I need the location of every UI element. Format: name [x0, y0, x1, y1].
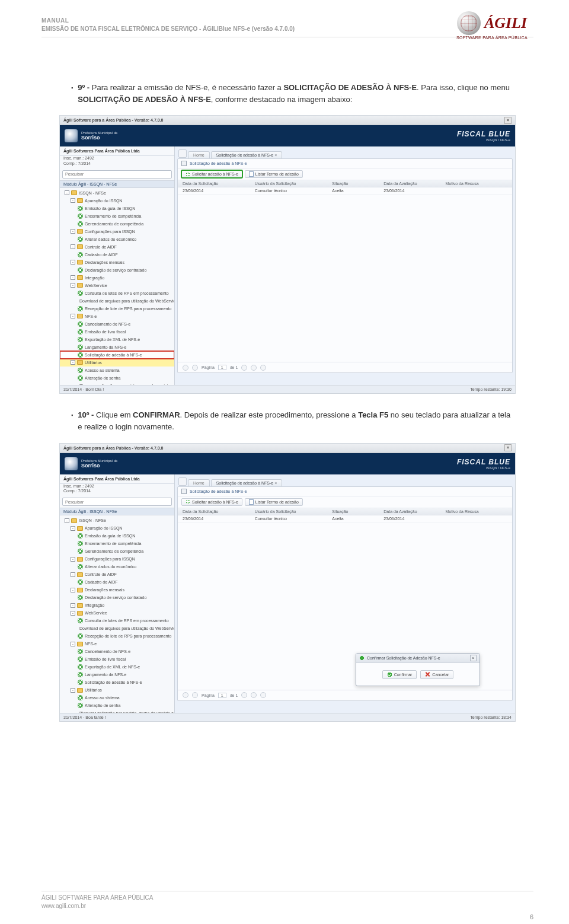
tree-toggle-icon[interactable]: -	[71, 283, 75, 288]
tree-item[interactable]: -Declarações mensais	[60, 259, 174, 266]
tab-home[interactable]: Home	[188, 479, 210, 486]
tree-item[interactable]: Recepção de lote de RPS para processamen…	[60, 305, 174, 313]
grid-row[interactable]: 23/06/2014 Consultor técnico Aceita 23/0…	[178, 515, 512, 522]
tree-item[interactable]: Lançamento da NFS-e	[60, 671, 174, 678]
tree-item[interactable]: Download de arquivos para utilização do …	[60, 625, 174, 632]
tree-item[interactable]: Lançamento da NFS-e	[60, 343, 174, 351]
tree-toggle-icon[interactable]: -	[71, 275, 75, 280]
tree-item[interactable]: -Utilitários	[60, 686, 174, 694]
tree-item[interactable]: Acesso ao sistema	[60, 694, 174, 702]
solicitar-adesao-button[interactable]: Solicitar adesão à NFS-e	[181, 498, 242, 506]
close-icon[interactable]: ×	[504, 444, 512, 451]
tab-nav-back-icon[interactable]	[178, 149, 187, 158]
cancel-button[interactable]: Cancelar	[420, 670, 453, 679]
tree-item[interactable]: -NFS-e	[60, 640, 174, 648]
tree-item[interactable]: -Declarações mensais	[60, 586, 174, 594]
tree-toggle-icon[interactable]: -	[71, 688, 75, 693]
tree-item[interactable]: Emissão de livro fiscal	[60, 655, 174, 663]
pager-last-icon[interactable]	[251, 692, 257, 698]
tree-item[interactable]: Alteração de senha	[60, 702, 174, 709]
tree-toggle-icon[interactable]: -	[71, 229, 75, 234]
tree-item[interactable]: -WebService	[60, 609, 174, 617]
dialog-close-icon[interactable]: ×	[470, 655, 477, 661]
confirm-button[interactable]: Confirmar	[382, 670, 417, 679]
tree-item[interactable]: Emissão da guia de ISSQN	[60, 532, 174, 540]
listar-termo-button[interactable]: Listar Termo de adesão	[245, 170, 303, 178]
tree-toggle-icon[interactable]: -	[71, 198, 75, 203]
search-input[interactable]	[62, 170, 172, 179]
pager-page-input[interactable]: 1	[218, 693, 226, 698]
tree-item[interactable]: -WebService	[60, 282, 174, 289]
tree-item[interactable]: Gerenciamento de competência	[60, 220, 174, 228]
close-icon[interactable]: ×	[504, 117, 512, 124]
tree-item[interactable]: Encerramento de competência	[60, 212, 174, 220]
pager-last-icon[interactable]	[251, 365, 257, 371]
tree-toggle-icon[interactable]: -	[65, 518, 69, 523]
tree-item[interactable]: -NFS-e	[60, 313, 174, 320]
tab-nav-back-icon[interactable]	[178, 477, 187, 486]
tree-item[interactable]: Exportação de XML de NFS-e	[60, 336, 174, 343]
pager-first-icon[interactable]	[183, 692, 188, 698]
tab-solicitacao[interactable]: Solicitação de adesão à NFS-e ×	[211, 151, 283, 158]
tree-item[interactable]: Solicitação de adesão à NFS-e	[60, 678, 174, 686]
tree-item[interactable]: Acesso ao sistema	[60, 367, 174, 374]
tree-item[interactable]: Alterar dados do econômico	[60, 563, 174, 571]
tree-item[interactable]: Alterar dados do econômico	[60, 235, 174, 243]
tree-item[interactable]: Encerramento de competência	[60, 540, 174, 547]
tree-toggle-icon[interactable]: -	[71, 588, 75, 592]
tree-item[interactable]: Download de arquivos para utilização do …	[60, 297, 174, 305]
solicitar-adesao-button[interactable]: Solicitar adesão à NFS-e	[181, 170, 242, 178]
tree-item[interactable]: Consulta de lotes de RPS em processament…	[60, 289, 174, 297]
tree-toggle-icon[interactable]: -	[71, 603, 75, 608]
tree-toggle-icon[interactable]: -	[71, 611, 75, 616]
grid-row[interactable]: 23/06/2014 Consultor técnico Aceita 23/0…	[178, 187, 512, 195]
tab-solicitacao[interactable]: Solicitação de adesão à NFS-e ×	[211, 479, 283, 486]
pager-refresh-icon[interactable]	[260, 365, 266, 371]
tree-item[interactable]: -Apuração do ISSQN	[60, 197, 174, 205]
tree-item[interactable]: Recepção de lote de RPS para processamen…	[60, 632, 174, 640]
module-header[interactable]: Módulo Ágili - ISSQN - NFSe	[60, 508, 174, 515]
tree-item[interactable]: -Integração	[60, 274, 174, 282]
tree-toggle-icon[interactable]: -	[65, 190, 69, 195]
tree-item[interactable]: -Configurações para ISSQN	[60, 555, 174, 563]
tab-home[interactable]: Home	[188, 151, 210, 158]
tree-toggle-icon[interactable]: -	[71, 314, 75, 318]
tree-item[interactable]: Emissão da guia de ISSQN	[60, 205, 174, 212]
tree-item[interactable]: -ISSQN - NFSe	[60, 517, 174, 524]
tree-item[interactable]: Exportação de XML de NFS-e	[60, 663, 174, 671]
tree-toggle-icon[interactable]: -	[71, 572, 75, 577]
tree-item[interactable]: Gerenciamento de competência	[60, 547, 174, 555]
module-header[interactable]: Módulo Ágili - ISSQN - NFSe	[60, 180, 174, 188]
tree-item[interactable]: Declaração de serviço contratado	[60, 266, 174, 274]
tree-item[interactable]: -Configurações para ISSQN	[60, 228, 174, 235]
listar-termo-button[interactable]: Listar Termo de adesão	[245, 498, 303, 506]
pager-first-icon[interactable]	[183, 365, 188, 371]
pager-next-icon[interactable]	[241, 365, 247, 371]
pager-refresh-icon[interactable]	[260, 692, 266, 698]
tree-item[interactable]: Declaração de serviço contratado	[60, 594, 174, 601]
tree-item[interactable]: Cadastro de AIDF	[60, 251, 174, 259]
tree-item[interactable]: Alteração de senha	[60, 374, 174, 382]
tree-item[interactable]: -Apuração do ISSQN	[60, 524, 174, 532]
tree-item[interactable]: -Controle de AIDF	[60, 571, 174, 578]
tree-item[interactable]: Consulta de lotes de RPS em processament…	[60, 617, 174, 625]
pager-page-input[interactable]: 1	[218, 365, 226, 370]
tree-item[interactable]: Cancelamento de NFS-e	[60, 648, 174, 655]
tree-item[interactable]: -Controle de AIDF	[60, 243, 174, 251]
tree-item[interactable]: Solicitação de adesão à NFS-e	[60, 351, 174, 359]
tree-item[interactable]: -ISSQN - NFSe	[60, 189, 174, 197]
pager-next-icon[interactable]	[241, 692, 247, 698]
search-input[interactable]	[62, 498, 172, 506]
pager-prev-icon[interactable]	[192, 365, 198, 371]
tree-toggle-icon[interactable]: -	[71, 260, 75, 265]
pager-prev-icon[interactable]	[192, 692, 198, 698]
tree-toggle-icon[interactable]: -	[71, 526, 75, 531]
tree-toggle-icon[interactable]: -	[71, 642, 75, 646]
tree-item[interactable]: Cancelamento de NFS-e	[60, 320, 174, 328]
tree-item[interactable]: -Integração	[60, 601, 174, 609]
tree-item[interactable]: Emissão de livro fiscal	[60, 328, 174, 336]
tree-toggle-icon[interactable]: -	[71, 557, 75, 562]
tree-toggle-icon[interactable]: -	[71, 360, 75, 365]
tree-item[interactable]: -Utilitários	[60, 359, 174, 367]
tree-toggle-icon[interactable]: -	[71, 244, 75, 249]
